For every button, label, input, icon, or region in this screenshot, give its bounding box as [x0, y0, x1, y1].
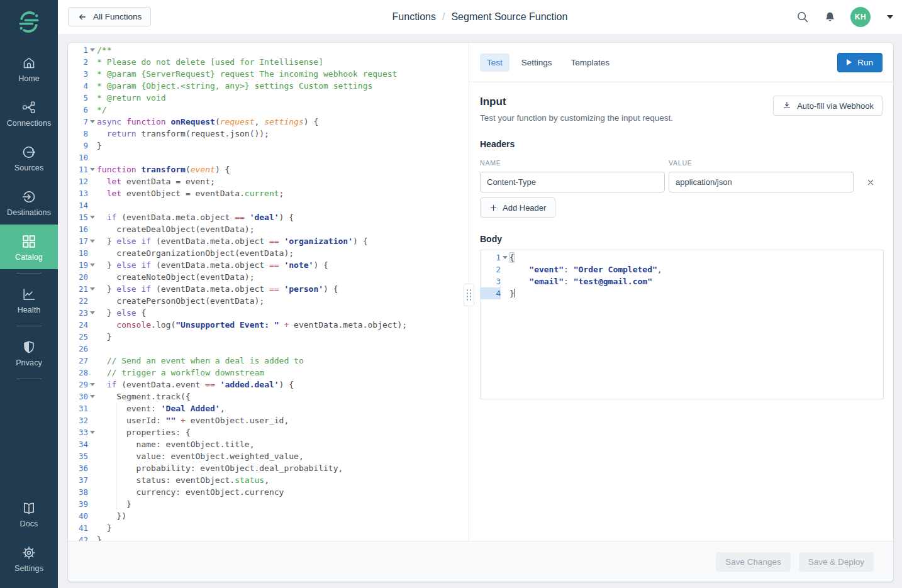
code-line[interactable]: 4}	[481, 287, 883, 299]
fold-arrow-icon[interactable]	[88, 391, 97, 402]
sidebar-item-privacy[interactable]: Privacy	[0, 330, 58, 375]
sidebar-item-settings[interactable]: Settings	[0, 536, 58, 580]
sidebar-item-home[interactable]: Home	[0, 46, 58, 91]
code-line[interactable]: 14	[68, 199, 469, 211]
code-line[interactable]: 11function transform(event) {	[68, 164, 469, 175]
code-line[interactable]: 7async function onRequest(request, setti…	[68, 116, 469, 128]
save-and-deploy-button[interactable]: Save & Deploy	[799, 552, 874, 572]
code-line[interactable]: 1{	[481, 252, 883, 263]
fold-arrow-icon[interactable]	[88, 259, 97, 271]
avatar[interactable]: KH	[850, 7, 871, 27]
autofill-via-webhook-button[interactable]: Auto-fill via Webhook	[773, 96, 883, 116]
code-line[interactable]: 29 if (eventData.event == 'added.deal') …	[68, 379, 469, 391]
function-editor-card: 1/**2* Please do not delete [used for In…	[68, 43, 893, 582]
code-line[interactable]: 27 // Send an event when a deal is added…	[68, 355, 469, 367]
code-line[interactable]: 4* @param {Object.<string, any>} setting…	[68, 80, 469, 92]
code-line[interactable]: 2 "event": "Order Completed",	[481, 263, 883, 275]
code-line[interactable]: 25 }	[68, 331, 469, 343]
line-number: 2	[68, 56, 88, 68]
code-line[interactable]: 37 status: eventObject.status,	[68, 474, 469, 486]
code-editor[interactable]: 1/**2* Please do not delete [used for In…	[68, 43, 469, 541]
catalog-icon	[21, 234, 36, 249]
fold-arrow-icon[interactable]	[88, 426, 97, 438]
tab-templates[interactable]: Templates	[564, 53, 617, 72]
line-number: 17	[68, 235, 88, 247]
header-name-input[interactable]	[480, 172, 665, 192]
code-line[interactable]: 34 name: eventObject.title,	[68, 438, 469, 450]
tab-settings[interactable]: Settings	[515, 53, 559, 72]
breadcrumb-parent[interactable]: Functions	[393, 11, 436, 23]
fold-arrow-icon[interactable]	[88, 116, 97, 128]
fold-gutter	[88, 152, 97, 164]
code-line[interactable]: 22 createPersonObject(eventData);	[68, 295, 469, 307]
sidebar-item-sources[interactable]: Sources	[0, 135, 58, 180]
remove-header-button[interactable]	[865, 177, 876, 188]
code-line[interactable]: 35 value: eventObject.weighted_value,	[68, 450, 469, 462]
fold-arrow-icon[interactable]	[88, 283, 97, 295]
fold-gutter	[88, 271, 97, 283]
line-number: 4	[481, 287, 501, 299]
save-changes-button[interactable]: Save Changes	[716, 552, 791, 572]
code-line[interactable]: 10	[68, 152, 469, 164]
fold-gutter	[88, 295, 97, 307]
code-line[interactable]: 33 properties: {	[68, 426, 469, 438]
code-line[interactable]: 2* Please do not delete [used for Intell…	[68, 56, 469, 68]
search-icon[interactable]	[796, 10, 810, 24]
fold-arrow-icon[interactable]	[88, 379, 97, 391]
code-line[interactable]: 21 } else if (eventData.meta.object == '…	[68, 283, 469, 295]
sidebar-item-connections[interactable]: Connections	[0, 91, 58, 135]
code-line[interactable]: 16 createDealObject(eventData);	[68, 223, 469, 235]
fold-gutter	[501, 263, 509, 275]
code-line[interactable]: 26	[68, 343, 469, 355]
line-number: 16	[68, 223, 88, 235]
body-editor[interactable]: 1{2 "event": "Order Completed",3 "email"…	[480, 250, 884, 399]
chevron-down-icon[interactable]	[887, 15, 893, 19]
run-button[interactable]: Run	[837, 53, 883, 72]
code-line[interactable]: 3 "email": "test@gmail.com"	[481, 275, 883, 287]
code-line[interactable]: 6*/	[68, 104, 469, 116]
sidebar-item-destinations[interactable]: Destinations	[0, 180, 58, 225]
code-line[interactable]: 12 let eventData = event;	[68, 175, 469, 187]
code-line[interactable]: 19 } else if (eventData.meta.object == '…	[68, 259, 469, 271]
code-line[interactable]: 17 } else if (eventData.meta.object == '…	[68, 235, 469, 247]
code-line[interactable]: 42}	[68, 534, 469, 541]
fold-arrow-icon[interactable]	[88, 211, 97, 223]
code-line[interactable]: 28 // trigger a workflow downstream	[68, 367, 469, 379]
code-line[interactable]: 13 let eventObject = eventData.current;	[68, 187, 469, 199]
bell-icon[interactable]	[823, 11, 837, 24]
fold-arrow-icon[interactable]	[88, 235, 97, 247]
fold-arrow-icon[interactable]	[88, 44, 97, 56]
code-line[interactable]: 24 console.log("Unsupported Event: " + e…	[68, 319, 469, 331]
sidebar-item-docs[interactable]: Docs	[0, 491, 58, 536]
fold-arrow-icon[interactable]	[88, 307, 97, 319]
code-text: {	[509, 252, 515, 263]
code-line[interactable]: 31 event: 'Deal Added',	[68, 402, 469, 414]
code-line[interactable]: 20 createNoteObject(eventData);	[68, 271, 469, 283]
test-panel-content: Input Test your function by customizing …	[469, 96, 893, 399]
code-line[interactable]: 40 })	[68, 510, 469, 522]
fold-arrow-icon[interactable]	[88, 164, 97, 175]
code-line[interactable]: 5* @return void	[68, 92, 469, 104]
line-number: 40	[68, 510, 88, 522]
sidebar-item-catalog[interactable]: Catalog	[0, 225, 58, 269]
code-line[interactable]: 23 } else {	[68, 307, 469, 319]
code-line[interactable]: 18 createOrganizationObject(eventData);	[68, 247, 469, 259]
sidebar-item-health[interactable]: Health	[0, 277, 58, 322]
code-line[interactable]: 30 Segment.track({	[68, 391, 469, 402]
code-line[interactable]: 36 probability: eventObject.deal_probabi…	[68, 462, 469, 474]
code-line[interactable]: 38 currency: eventObject.currency	[68, 486, 469, 498]
fold-gutter	[88, 343, 97, 355]
fold-arrow-icon[interactable]	[501, 252, 509, 263]
code-line[interactable]: 32 userId: "" + eventObject.user_id,	[68, 414, 469, 426]
code-line[interactable]: 9}	[68, 140, 469, 152]
code-line[interactable]: 41 }	[68, 522, 469, 534]
code-line[interactable]: 3* @param {ServerRequest} request The in…	[68, 68, 469, 80]
header-value-input[interactable]	[669, 172, 854, 192]
code-line[interactable]: 1/**	[68, 44, 469, 56]
add-header-button[interactable]: Add Header	[480, 197, 555, 218]
code-line[interactable]: 8 return transform(request.json());	[68, 128, 469, 140]
code-line[interactable]: 39 }	[68, 498, 469, 510]
code-line[interactable]: 15 if (eventData.meta.object == 'deal') …	[68, 211, 469, 223]
privacy-icon	[21, 340, 36, 355]
tab-test[interactable]: Test	[480, 53, 509, 72]
